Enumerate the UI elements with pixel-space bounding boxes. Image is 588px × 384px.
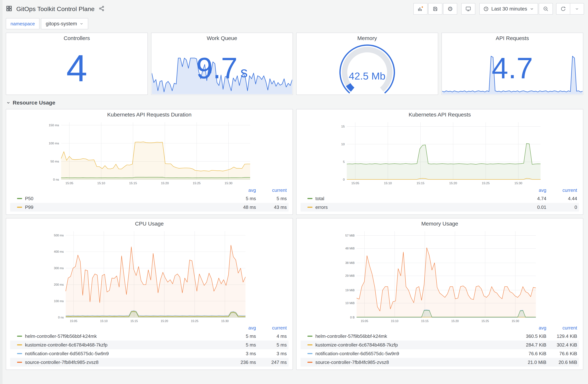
namespace-variable-select[interactable]: gitops-system <box>41 18 88 29</box>
panel-title[interactable]: Controllers <box>6 33 147 43</box>
legend-sort-avg[interactable]: avg <box>516 188 546 193</box>
namespace-value: gitops-system <box>46 21 77 27</box>
series-color-swatch <box>17 362 22 363</box>
svg-text:300 ms: 300 ms <box>54 266 64 270</box>
namespace-variable-label: namespace <box>6 18 40 29</box>
panel-title[interactable]: Memory <box>296 33 438 43</box>
refresh-button-group <box>556 3 584 15</box>
legend-header: avgcurrent <box>300 186 579 194</box>
svg-text:15:25: 15:25 <box>482 181 490 185</box>
legend-row[interactable]: errors0.010 <box>300 203 579 212</box>
svg-text:500 ms: 500 ms <box>54 234 64 237</box>
series-name: source-controller-7fb84fc985-zvsz8 <box>25 360 99 365</box>
series-name: notification-controller-6d56575dc-5w9n9 <box>25 351 109 357</box>
add-panel-button[interactable] <box>413 3 427 15</box>
legend-row[interactable]: helm-controller-57f9b56bbf-k24mk5 ms4 ms <box>10 332 289 341</box>
chart-legend: avgcurrenttotal4.744.44errors0.010 <box>296 186 583 214</box>
gauge-value: 42.5 Mb <box>296 70 438 82</box>
stat-value: 4 <box>6 44 147 92</box>
legend-row[interactable]: notification-controller-6d56575dc-5w9n93… <box>10 349 289 358</box>
series-current-value: 129.4 KiB <box>546 333 577 339</box>
series-avg-value: 76.6 KiB <box>516 351 546 357</box>
zoom-out-button[interactable] <box>539 3 553 15</box>
panel-title[interactable]: API Requests <box>442 33 583 43</box>
save-dashboard-button[interactable] <box>428 3 442 15</box>
series-name: P50 <box>25 196 33 201</box>
legend-row[interactable]: source-controller-7fb84fc985-zvsz8236 ms… <box>10 358 289 367</box>
variables-row: namespace gitops-system <box>4 16 585 33</box>
svg-text:19 MiB: 19 MiB <box>345 289 355 292</box>
refresh-interval-dropdown[interactable] <box>570 3 584 14</box>
legend-sort-current[interactable]: current <box>256 325 287 331</box>
svg-text:15:15: 15:15 <box>417 181 424 185</box>
series-color-swatch <box>307 336 313 337</box>
svg-text:15:05: 15:05 <box>65 181 73 185</box>
refresh-button[interactable] <box>556 3 570 14</box>
legend-sort-avg[interactable]: avg <box>225 325 256 331</box>
svg-text:15:20: 15:20 <box>161 319 168 323</box>
legend-row[interactable]: helm-controller-57f9b56bbf-k24mk360.5 Ki… <box>300 332 579 341</box>
svg-text:15:30: 15:30 <box>221 319 229 323</box>
chevron-down-icon <box>6 101 11 105</box>
panel-title[interactable]: Kubernetes API Requests Duration <box>6 109 293 120</box>
legend-row[interactable]: P505 ms5 ms <box>10 194 289 203</box>
series-current-value: 4.44 <box>546 196 577 201</box>
legend-sort-avg[interactable]: avg <box>225 188 256 193</box>
legend-row[interactable]: kustomize-controller-6c6784b468-7kzfp5 m… <box>10 341 289 349</box>
series-avg-value: 236 ms <box>225 360 256 365</box>
svg-text:15: 15 <box>341 125 345 128</box>
svg-text:15:10: 15:10 <box>97 181 105 185</box>
legend-sort-current[interactable]: current <box>546 325 577 331</box>
section-resource-usage[interactable]: Resource Usage <box>4 95 585 109</box>
legend-header: avgcurrent <box>10 324 289 332</box>
chart-legend: avgcurrentP505 ms5 msP9948 ms43 ms <box>6 186 293 214</box>
legend-row[interactable]: P9948 ms43 ms <box>10 203 289 212</box>
panel-title[interactable]: Memory Usage <box>296 218 583 229</box>
svg-text:48 MiB: 48 MiB <box>345 247 355 250</box>
time-range-picker[interactable]: Last 30 minutes <box>479 3 538 15</box>
panel-title[interactable]: Kubernetes API Requests <box>296 109 583 120</box>
tv-mode-button[interactable] <box>461 3 475 15</box>
svg-text:57 MiB: 57 MiB <box>345 234 355 237</box>
series-current-value: 247 ms <box>256 360 287 365</box>
svg-text:0 ns: 0 ns <box>53 178 59 181</box>
series-color-swatch <box>307 353 313 354</box>
svg-text:15:10: 15:10 <box>100 319 108 323</box>
stat-panel-memory: Memory 42.5 Mb <box>296 33 438 95</box>
share-icon[interactable] <box>99 5 105 12</box>
legend-sort-current[interactable]: current <box>546 188 577 193</box>
legend-sort-avg[interactable]: avg <box>516 325 546 331</box>
chart-legend: avgcurrenthelm-controller-57f9b56bbf-k24… <box>6 323 293 369</box>
dashboard-settings-button[interactable]: ⚙ <box>443 3 457 15</box>
timeseries-chart: 15:0515:1015:1515:2015:2515:300 B10 MiB1… <box>296 229 583 323</box>
legend-sort-current[interactable]: current <box>256 188 287 193</box>
legend-row[interactable]: total4.744.44 <box>300 194 579 203</box>
series-name: errors <box>315 205 328 210</box>
panel-title[interactable]: Work Queue <box>151 33 293 43</box>
svg-text:29 MiB: 29 MiB <box>345 274 355 277</box>
legend-row[interactable]: notification-controller-6d56575dc-5w9n97… <box>300 349 579 358</box>
series-avg-value: 360.5 KiB <box>516 333 546 339</box>
svg-text:0 ns: 0 ns <box>58 316 64 319</box>
legend-row[interactable]: source-controller-7fb84fc985-zvsz821.0 M… <box>300 358 579 367</box>
svg-text:15:20: 15:20 <box>449 181 457 185</box>
series-color-swatch <box>307 207 313 208</box>
series-color-swatch <box>17 207 22 208</box>
series-avg-value: 5 ms <box>225 342 256 348</box>
timeseries-chart: 15:0515:1015:1515:2015:2515:300 ns50 ms1… <box>6 120 293 186</box>
top-bar: GitOps Toolkit Control Plane <box>4 0 585 16</box>
clock-icon <box>483 6 489 12</box>
legend-row[interactable]: kustomize-controller-6c6784b468-7kzfp284… <box>300 341 579 349</box>
section-title: Resource Usage <box>13 100 55 106</box>
chart-row-2: CPU Usage 15:0515:1015:1515:2015:2515:30… <box>4 218 585 370</box>
svg-text:50 ms: 50 ms <box>51 160 59 163</box>
series-color-swatch <box>17 344 22 345</box>
time-range-label: Last 30 minutes <box>491 6 527 12</box>
dashboard-page: GitOps Toolkit Control Plane <box>0 0 588 370</box>
panel-title[interactable]: CPU Usage <box>6 218 293 229</box>
svg-text:5: 5 <box>343 160 345 164</box>
svg-text:15:10: 15:10 <box>391 319 398 323</box>
svg-text:15:05: 15:05 <box>361 319 368 323</box>
panel-k8s-api-requests-duration: Kubernetes API Requests Duration 15:0515… <box>6 109 293 215</box>
series-current-value: 0 <box>546 205 577 210</box>
